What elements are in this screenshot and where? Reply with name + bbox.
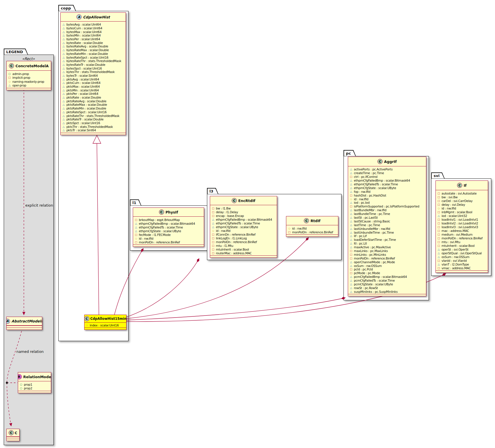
package-svi-tab: svi xyxy=(431,172,445,179)
attribute-text: loadIntvl3 : svi.LoadIntvl3 xyxy=(442,225,478,229)
naming-prop-icon: ◇ xyxy=(85,324,89,327)
attribute-row: △maxActive : pc.MaxActive xyxy=(350,245,425,249)
attribute-row: △ethpmCfgState : scalar.UByte xyxy=(212,225,276,229)
attribute-row: △lastUnbundleTime : pc.Time xyxy=(350,230,425,234)
class-physif: C PhysIf □brkoutMap : eqpt.BrkoutMap△eth… xyxy=(133,207,204,247)
oper-prop-icon: △ xyxy=(350,234,353,237)
oper-prop-icon: △ xyxy=(350,212,353,215)
attribute-row: □mtuInherit : scalar.Bool xyxy=(212,247,276,251)
attribute-text: ethpmCfgFailedTs : scalar.Time xyxy=(216,222,260,225)
attribute-row: △pcmCfgFailedBmp : scalar.Bitmask64 xyxy=(350,275,425,279)
attribute-row: △createTime : pc.Time xyxy=(350,171,425,175)
class-aggrif: C AggrIf △activePorts : pc.ActivePorts△c… xyxy=(348,157,426,296)
attribute-text: pktsCum : scalar.Uint64 xyxy=(66,81,100,84)
attribute-row: □monPolDn : reference.BinRef xyxy=(135,240,203,244)
implicit-prop-icon: □ xyxy=(135,218,138,221)
methods-compartment xyxy=(348,294,426,296)
oper-prop-icon: △ xyxy=(62,74,65,77)
oper-prop-icon: △ xyxy=(350,227,353,230)
attribute-row: △pcmCfgFailedTs : scalar.Time xyxy=(350,279,425,282)
methods-compartment xyxy=(210,255,277,257)
attribute-row: △bytesSpct : scalar.Uint16 xyxy=(62,66,124,70)
attribute-text: ethpmCfgFailedBmp : scalar.Bitmask64 xyxy=(216,218,272,221)
attribute-text: implicit-prop xyxy=(12,76,30,79)
class-name: EncRtdIf xyxy=(238,199,256,203)
attribute-row: □monPolDn : reference.BinRef xyxy=(212,240,276,244)
attribute-row: △pktsMin : scalar.Uint64 xyxy=(62,88,124,92)
naming-prop-icon: ◇ xyxy=(437,207,440,210)
oper-prop-icon: △ xyxy=(350,231,353,234)
implicit-prop-icon: □ xyxy=(437,241,440,243)
implicit-prop-icon: □ xyxy=(212,207,215,210)
attribute-text: ethpmCfgFailedBmp : scalar.Bitmask64 xyxy=(354,179,410,182)
attribute-text: pcmCfgFailedBmp : scalar.Bitmask64 xyxy=(354,275,407,278)
attribute-text: loadIntvl1 : svi.LoadIntvl1 xyxy=(442,218,478,221)
attribute-row: △lastTime : pc.Time xyxy=(350,223,425,227)
attribute-list: ◇index : scalar.Uint16 xyxy=(85,323,126,328)
attribute-row: □vmac : address.MAC xyxy=(437,266,487,270)
attribute-text: pktsMin : scalar.Uint64 xyxy=(66,89,99,92)
implicit-prop-icon: □ xyxy=(437,259,440,262)
attribute-row: △pktsRateSpct : scalar.Uint16 xyxy=(62,110,124,114)
methods-compartment xyxy=(7,439,19,441)
oper-prop-icon: △ xyxy=(135,226,138,229)
oper-prop-icon: △ xyxy=(62,96,65,99)
attribute-row: △bytesRateMax : scalar.Double xyxy=(62,48,124,52)
attribute-row: △pktsTr : scalar.Sint64 xyxy=(62,128,124,132)
oper-prop-icon: △ xyxy=(62,107,65,110)
attribute-text: lastSt : pc.LastSt xyxy=(354,216,378,219)
attribute-row: △ethpmCfgFailedTs : scalar.Time xyxy=(350,182,425,186)
attribute-row: ◇id : nw.IfId xyxy=(135,237,203,240)
attribute-row: △pktsRateMax : scalar.Double xyxy=(62,103,124,107)
attribute-row: □monPolDn : reference.BinRef xyxy=(437,236,487,240)
implicit-prop-icon: □ xyxy=(135,241,138,244)
attribute-row: ○admin-prop xyxy=(8,72,50,76)
attribute-text: lastStCause : string.Basic xyxy=(354,220,390,223)
implicit-prop-icon: □ xyxy=(350,194,353,197)
attribute-row: □maxLinks : pc.MaxLinks xyxy=(350,249,425,253)
fields-compartment xyxy=(7,437,19,439)
attribute-row: △iod : scalar.Uint32 xyxy=(437,214,487,218)
oper-prop-icon: △ xyxy=(212,222,215,225)
class-cdpallowhist: A CdpAllowHist △bytesAvg : scalar.Uint64… xyxy=(60,12,126,135)
attribute-row: △pcmCfgState : scalar.UByte xyxy=(350,282,425,286)
attribute-row: □loadIntvl2 : svi.LoadIntvl2 xyxy=(437,221,487,225)
abstract-class-icon: A xyxy=(76,14,82,20)
attribute-text: pktsRateTr : scalar.Double xyxy=(66,118,103,121)
oper-prop-icon: △ xyxy=(62,129,65,132)
attribute-row: △pktsRateTr : scalar.Double xyxy=(62,118,124,121)
implicit-prop-icon: □ xyxy=(135,233,138,236)
implicit-prop-icon: □ xyxy=(212,244,215,247)
attribute-row: □mtuInherit : scalar.Bool xyxy=(437,244,487,247)
oper-prop-icon: △ xyxy=(350,238,353,241)
attribute-row: □monPolDn : reference.BinRef xyxy=(350,256,425,260)
class-name: C xyxy=(15,431,17,435)
oper-prop-icon: △ xyxy=(350,224,353,226)
class-icon: C xyxy=(159,209,164,215)
oper-prop-icon: △ xyxy=(437,255,440,258)
attribute-row: △fop : nw.IfId xyxy=(350,190,425,193)
fields-compartment xyxy=(7,326,42,328)
attribute-row: □delay : l1.Delay xyxy=(212,210,276,214)
attribute-text: ethpmCfgFailedTs : scalar.Time xyxy=(139,226,183,229)
methods-compartment xyxy=(133,245,204,247)
attribute-text: pktsTr : scalar.Sint64 xyxy=(66,128,96,132)
attribute-text: maxActive : pc.MaxActive xyxy=(354,245,391,249)
attribute-text: mtuInherit : scalar.Bool xyxy=(442,244,475,247)
attribute-text: bytesRateThr : stats.ThresholdedMask xyxy=(66,59,121,63)
attribute-row: △ethpmCfgState : scalar.UByte xyxy=(135,229,203,233)
oper-prop-icon: △ xyxy=(62,27,65,30)
attribute-text: iod : scalar.Uint32 xyxy=(442,214,467,218)
attribute-text: pktsMax : scalar.Uint64 xyxy=(66,85,100,88)
attribute-text: carDel : svi.CarrDelay xyxy=(442,199,473,203)
attribute-row: △suspMinlinks : pc.SuspMinlinks xyxy=(350,290,425,293)
attribute-row: △loadDeferStartTime : pc.Time xyxy=(350,238,425,242)
attribute-text: operSt : svi.OperSt xyxy=(442,248,469,251)
attribute-row: △pktsCum : scalar.Uint64 xyxy=(62,81,124,85)
attribute-text: pktsThr : stats.ThresholdedMask xyxy=(66,125,113,128)
attribute-row: △pktsMax : scalar.Uint64 xyxy=(62,85,124,89)
class-name: CdpAllowHist15min xyxy=(90,317,126,321)
attribute-row: □loadIntvl1 : svi.LoadIntvl1 xyxy=(437,218,487,221)
attribute-text: medium : svi.Medium xyxy=(442,233,473,236)
class-sviif: C If □autostate : svi.Autostate□bw : svi… xyxy=(435,180,488,273)
